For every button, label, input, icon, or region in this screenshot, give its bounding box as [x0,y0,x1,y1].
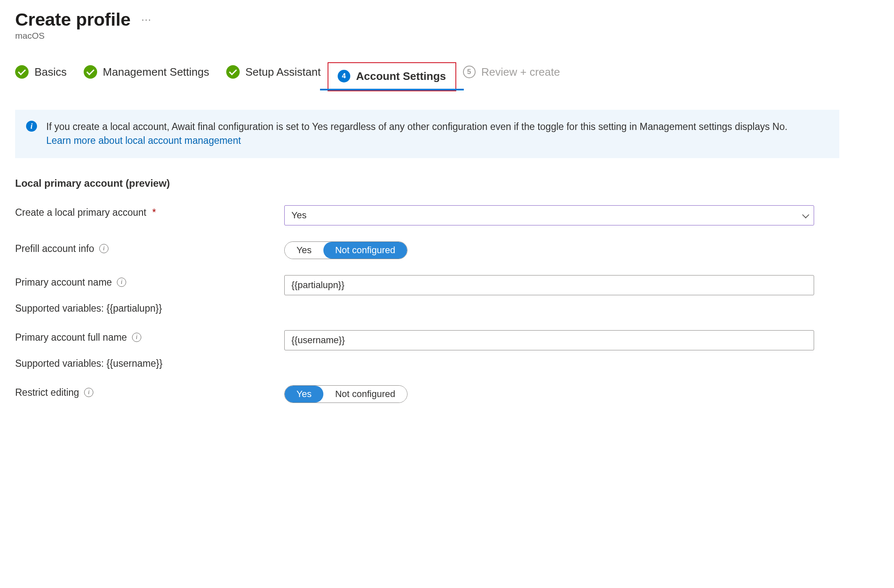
page-title: Create profile [15,9,130,30]
section-title: Local primary account (preview) [15,177,879,189]
info-text: If you create a local account, Await fin… [46,120,803,148]
info-hint-icon[interactable]: i [84,388,93,397]
primary-account-name-input[interactable] [284,275,814,295]
restrict-editing-toggle: Yes Not configured [284,385,407,403]
label-create-local-account: Create a local primary account* [15,205,284,218]
step-label: Management Settings [103,66,209,79]
prefill-option-yes[interactable]: Yes [285,242,323,259]
label-prefill-account-info: Prefill account info i [15,241,284,254]
more-actions-icon[interactable]: ··· [141,14,151,25]
restrict-option-yes[interactable]: Yes [285,386,323,403]
check-icon [84,65,97,79]
info-hint-icon[interactable]: i [132,333,141,342]
step-label: Account Settings [356,70,446,83]
prefill-option-not-configured[interactable]: Not configured [323,242,407,259]
prefill-toggle: Yes Not configured [284,241,407,259]
wizard-stepper: Basics Management Settings Setup Assista… [15,65,879,87]
label-primary-account-name: Primary account name i [15,275,284,288]
label-restrict-editing: Restrict editing i [15,385,284,398]
label-primary-account-full-name: Primary account full name i [15,330,284,343]
page-subtitle: macOS [15,31,879,41]
step-account-settings[interactable]: 4 Account Settings [328,62,456,91]
info-hint-icon[interactable]: i [99,244,108,253]
check-icon [15,65,29,79]
supported-vars-account-name: Supported variables: {{partialupn}} [15,303,879,314]
step-label: Basics [34,66,67,79]
step-management-settings[interactable]: Management Settings [84,65,209,87]
info-hint-icon[interactable]: i [117,278,126,287]
step-number: 4 [338,70,350,82]
check-icon [226,65,240,79]
info-icon: i [26,121,37,132]
step-review-create: 5 Review + create [463,66,560,87]
create-local-account-select[interactable] [284,205,814,225]
create-local-account-value[interactable] [284,205,814,225]
info-banner: i If you create a local account, Await f… [15,110,839,158]
supported-vars-full-name: Supported variables: {{username}} [15,358,879,369]
info-message: If you create a local account, Await fin… [46,121,788,132]
step-label: Review + create [481,66,560,79]
step-setup-assistant[interactable]: Setup Assistant [226,65,321,87]
step-number: 5 [463,66,476,78]
required-indicator: * [152,207,156,218]
primary-account-full-name-input[interactable] [284,330,814,350]
restrict-option-not-configured[interactable]: Not configured [323,386,407,403]
step-label: Setup Assistant [246,66,321,79]
info-learn-more-link[interactable]: Learn more about local account managemen… [46,135,241,146]
step-basics[interactable]: Basics [15,65,67,87]
